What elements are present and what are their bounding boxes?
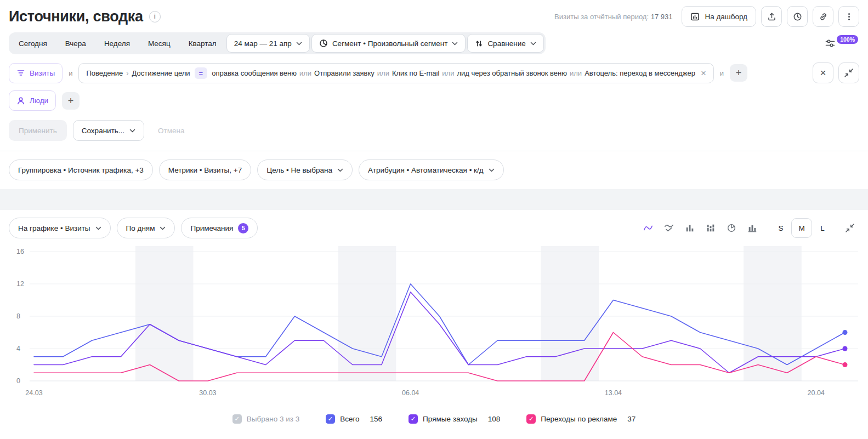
tab-month[interactable]: Месяц xyxy=(140,34,179,53)
condition-operator: = xyxy=(195,67,208,79)
period-row: Сегодня Вчера Неделя Месяц Квартал 24 ма… xyxy=(9,32,859,54)
remove-condition-icon[interactable]: × xyxy=(700,69,707,78)
size-small-button[interactable]: S xyxy=(770,218,791,238)
add-people-condition-button[interactable]: + xyxy=(62,92,80,110)
stacked-line-chart-icon[interactable] xyxy=(661,220,677,236)
link-icon xyxy=(819,12,828,21)
date-range-dropdown[interactable]: 24 мар — 21 апр xyxy=(226,34,310,53)
histogram-icon[interactable] xyxy=(744,220,761,236)
page-title: Источники, сводка xyxy=(9,8,143,25)
kebab-icon xyxy=(844,12,854,21)
bar-chart-icon[interactable] xyxy=(682,220,698,236)
section-separator xyxy=(0,189,868,210)
people-filter-chip[interactable]: Люди xyxy=(9,90,56,111)
sampling-badge: 100% xyxy=(837,35,858,44)
sampling-control[interactable]: 100% xyxy=(824,36,859,51)
period-selector: Сегодня Вчера Неделя Месяц Квартал 24 ма… xyxy=(9,32,546,54)
tab-week[interactable]: Неделя xyxy=(96,34,138,53)
metrics-chip[interactable]: Метрики • Визиты, +7 xyxy=(159,159,251,180)
apply-button[interactable]: Применить xyxy=(9,120,67,141)
svg-text:4: 4 xyxy=(16,345,20,352)
grouping-chip[interactable]: Группировка • Источник трафика, +3 xyxy=(9,159,153,180)
clear-filters-button[interactable]: × xyxy=(813,62,833,83)
visits-summary: Визиты за отчётный период: 17 931 xyxy=(554,13,672,21)
condition-category: Поведение xyxy=(86,69,123,77)
series-value: 108 xyxy=(488,415,501,423)
chart-controls: На графике • Визиты По дням Примечания 5 xyxy=(9,218,859,238)
condition-path: Поведение›Достижение цели xyxy=(86,69,190,77)
series-label: Всего xyxy=(340,415,359,423)
compare-dropdown[interactable]: Сравнение xyxy=(467,34,543,53)
tab-yesterday[interactable]: Вчера xyxy=(57,34,94,53)
legend-item-direct[interactable]: ✓ Прямые заходы 108 xyxy=(409,414,500,424)
goal-label: Цель • Не выбрана xyxy=(266,166,332,174)
tab-quarter[interactable]: Квартал xyxy=(180,34,225,53)
select-all-checkbox: ✓ xyxy=(232,414,242,424)
series-checkbox-direct: ✓ xyxy=(409,414,418,424)
metrics-label: Метрики • Визиты, +7 xyxy=(168,166,242,174)
dashboard-button-label: На дашборд xyxy=(705,13,747,21)
chart-metric-dropdown[interactable]: На графике • Визиты xyxy=(9,218,111,238)
chart-area: 048121624.0330.0306.0413.0420.04 xyxy=(9,243,859,406)
legend-select-all[interactable]: ✓ Выбрано 3 из 3 xyxy=(232,414,299,424)
chevron-down-icon xyxy=(530,42,536,45)
collapse-filters-button[interactable] xyxy=(838,62,859,83)
save-dropdown-button[interactable]: Сохранить... xyxy=(73,120,144,141)
svg-text:13.04: 13.04 xyxy=(605,389,622,397)
pie-chart-icon[interactable] xyxy=(723,220,740,236)
compare-icon xyxy=(475,39,483,48)
granularity-dropdown[interactable]: По дням xyxy=(117,218,175,238)
sliders-icon xyxy=(825,38,836,49)
save-label: Сохранить... xyxy=(82,127,124,135)
tab-today[interactable]: Сегодня xyxy=(10,34,55,53)
visits-period-label: Визиты за отчётный период: xyxy=(554,13,649,21)
dashboard-button[interactable]: На дашборд xyxy=(682,6,756,27)
legend-item-ads[interactable]: ✓ Переходы по рекламе 37 xyxy=(526,414,636,424)
notes-button[interactable]: Примечания 5 xyxy=(181,218,258,238)
dashboard-icon xyxy=(690,12,700,21)
legend-item-total[interactable]: ✓ Всего 156 xyxy=(326,414,382,424)
report-settings-row: Группировка • Источник трафика, +3 Метри… xyxy=(9,151,859,189)
info-icon[interactable]: i xyxy=(149,11,161,22)
more-menu-button[interactable] xyxy=(838,6,859,27)
visits-filter-chip[interactable]: Визиты xyxy=(9,63,63,83)
attribution-label: Атрибуция • Автоматическая • к/д xyxy=(368,166,484,174)
size-medium-button[interactable]: M xyxy=(791,218,812,238)
goal-chip[interactable]: Цель • Не выбрана xyxy=(257,159,353,180)
header-actions: Визиты за отчётный период: 17 931 На даш… xyxy=(554,6,859,27)
check-icon: ✓ xyxy=(328,416,333,423)
add-condition-button[interactable]: + xyxy=(730,64,747,82)
condition-values: оправка сообщения венюилиОтправили заявк… xyxy=(212,69,695,77)
notes-count-badge: 5 xyxy=(238,223,248,233)
chevron-down-icon xyxy=(489,168,495,172)
segment-filters-row: Визиты и Поведение›Достижение цели = опр… xyxy=(9,62,859,83)
chevron-down-icon xyxy=(129,129,135,133)
check-icon: ✓ xyxy=(529,416,534,423)
cancel-button[interactable]: Отмена xyxy=(150,120,192,141)
svg-text:12: 12 xyxy=(16,280,24,288)
and-label: и xyxy=(69,69,72,77)
attribution-chip[interactable]: Атрибуция • Автоматическая • к/д xyxy=(359,159,504,180)
check-icon: ✓ xyxy=(234,416,240,423)
check-icon: ✓ xyxy=(411,416,416,423)
size-large-button[interactable]: L xyxy=(812,218,833,238)
chart-legend: ✓ Выбрано 3 из 3 ✓ Всего 156 ✓ Прямые за… xyxy=(9,406,859,432)
clock-icon xyxy=(793,12,802,21)
stacked-bar-chart-icon[interactable] xyxy=(702,220,719,236)
collapse-chart-button[interactable] xyxy=(841,219,859,237)
history-button[interactable] xyxy=(787,6,808,27)
series-checkbox-total: ✓ xyxy=(326,414,335,424)
chevron-down-icon xyxy=(160,226,166,230)
svg-text:20.04: 20.04 xyxy=(808,389,825,397)
path-separator: › xyxy=(126,69,128,77)
line-chart-icon[interactable] xyxy=(640,220,656,236)
copy-link-button[interactable] xyxy=(813,6,833,27)
visits-chart[interactable]: 048121624.0330.0306.0413.0420.04 xyxy=(9,243,859,406)
segment-dropdown[interactable]: Сегмент • Произвольный сегмент xyxy=(311,34,466,53)
grouping-label: Группировка • Источник трафика, +3 xyxy=(18,166,144,174)
export-button[interactable] xyxy=(761,6,782,27)
visits-chip-label: Визиты xyxy=(30,69,55,77)
visits-period-value: 17 931 xyxy=(651,13,673,21)
goal-condition-chip[interactable]: Поведение›Достижение цели = оправка сооб… xyxy=(78,63,713,83)
collapse-icon xyxy=(846,224,854,232)
